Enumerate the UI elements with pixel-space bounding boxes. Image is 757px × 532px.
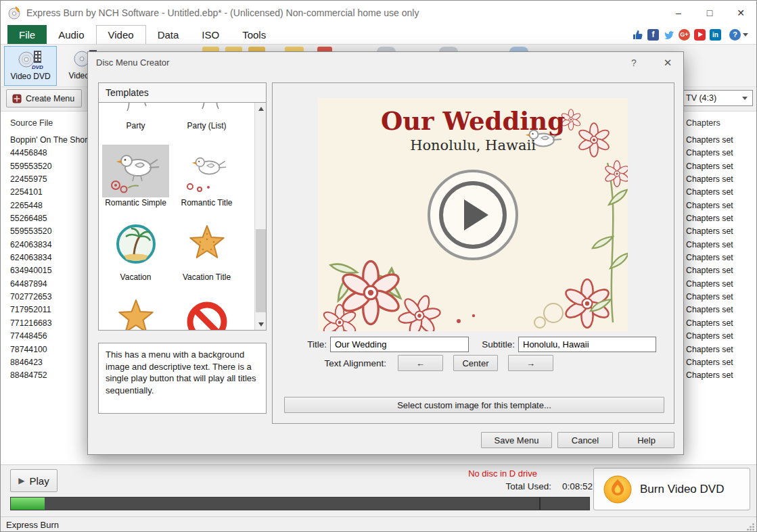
like-thumb-icon[interactable] (632, 29, 643, 41)
tab-video[interactable]: Video (96, 25, 146, 44)
template-label: Party (100, 120, 171, 131)
chapter-row[interactable]: Chapters set (686, 186, 754, 199)
chapter-row[interactable]: Chapters set (686, 356, 754, 369)
save-menu-button[interactable]: Save Menu (481, 432, 552, 448)
chapter-row[interactable]: Chapters set (686, 225, 754, 238)
chapter-row[interactable]: Chapters set (686, 264, 754, 277)
template-romantic-simple[interactable]: Romantic Simple (100, 145, 171, 208)
starfish-icon (106, 293, 166, 331)
file-row[interactable]: Boppin' On The Shores (10, 134, 91, 147)
linkedin-icon[interactable]: in (710, 29, 721, 41)
chapter-row[interactable]: Chapters set (686, 330, 754, 343)
minimize-button[interactable]: – (663, 1, 694, 25)
scroll-down-button[interactable] (255, 318, 267, 330)
chapter-row[interactable]: Chapters set (686, 212, 754, 225)
template-thumbnail (173, 293, 240, 331)
progress-fill (11, 498, 45, 510)
file-row[interactable]: 22455975 (10, 173, 91, 186)
template-partial-none[interactable] (171, 293, 242, 331)
chapter-row[interactable]: Chapters set (686, 251, 754, 264)
arrow-left-icon: ← (416, 358, 425, 368)
chapter-row[interactable]: Chapters set (686, 173, 754, 186)
file-row[interactable]: 88484752 (10, 369, 91, 382)
tab-tools[interactable]: Tools (231, 25, 277, 44)
template-vacation[interactable]: Vacation (100, 219, 171, 283)
template-partial-starfish[interactable] (100, 293, 171, 331)
file-row[interactable]: 559553520 (10, 225, 91, 238)
template-party-list[interactable]: Party (List) (171, 102, 242, 131)
template-party[interactable]: Party (100, 102, 171, 131)
toolbar-item-video-dvd[interactable]: DVD Video DVD (4, 46, 57, 86)
title-input[interactable] (330, 337, 469, 352)
create-menu-button[interactable]: Create Menu (6, 89, 82, 107)
scrollbar-thumb[interactable] (256, 229, 266, 312)
tv-format-dropdown[interactable]: TV (4:3) (681, 90, 753, 106)
chapter-row[interactable]: Chapters set (686, 291, 754, 304)
file-row[interactable]: 78744100 (10, 343, 91, 356)
chapter-row[interactable]: Chapters set (686, 304, 754, 316)
facebook-icon[interactable]: f (647, 29, 659, 41)
chapter-row[interactable]: Chapters set (686, 278, 754, 291)
file-row[interactable]: 771216683 (10, 317, 91, 330)
align-left-button[interactable]: ← (398, 355, 443, 371)
file-row[interactable]: 64487894 (10, 278, 91, 291)
no-menu-icon (177, 293, 237, 331)
file-row[interactable]: 559553520 (10, 160, 91, 173)
titlebar[interactable]: Express Burn by NCH Software - Untitled.… (1, 1, 756, 25)
tab-file[interactable]: File (7, 25, 47, 44)
maximize-button[interactable]: □ (694, 1, 725, 25)
starfish-icon (177, 222, 237, 269)
select-custom-image-button[interactable]: Select custom image for this template... (284, 397, 664, 413)
chapter-row[interactable]: Chapters set (686, 343, 754, 356)
template-vacation-title[interactable]: Vacation Title (171, 219, 242, 283)
tab-iso[interactable]: ISO (190, 25, 231, 44)
file-row[interactable]: 8846423 (10, 356, 91, 369)
youtube-icon[interactable] (694, 29, 706, 41)
file-row[interactable]: 702772653 (10, 291, 91, 304)
file-row[interactable]: 717952011 (10, 304, 91, 316)
tab-data[interactable]: Data (146, 25, 191, 44)
file-row[interactable]: 2265448 (10, 199, 91, 212)
capacity-marker (539, 498, 541, 510)
cancel-button[interactable]: Cancel (557, 432, 613, 448)
file-row[interactable]: 624063834 (10, 251, 91, 264)
file-row[interactable]: 77448456 (10, 330, 91, 343)
file-row[interactable]: 55266485 (10, 212, 91, 225)
app-window: Express Burn by NCH Software - Untitled.… (0, 0, 757, 532)
resize-grip[interactable] (746, 523, 755, 531)
file-row[interactable]: 634940015 (10, 264, 91, 277)
play-button[interactable]: ▶ Play (10, 469, 58, 492)
help-button[interactable]: Help (618, 432, 674, 448)
template-thumbnail-selected (102, 145, 169, 197)
close-button[interactable]: ✕ (725, 1, 756, 25)
help-icon[interactable]: ? (729, 29, 741, 41)
file-row[interactable]: 44456848 (10, 147, 91, 160)
dialog-help-button[interactable]: ? (626, 55, 642, 70)
chapter-row[interactable]: Chapters set (686, 369, 754, 382)
align-right-button[interactable]: → (508, 355, 553, 371)
dialog-close-button[interactable]: ✕ (658, 55, 677, 71)
chapter-row[interactable]: Chapters set (686, 160, 754, 173)
file-row[interactable]: 624063834 (10, 239, 91, 251)
dialog-titlebar[interactable]: Disc Menu Creator ? ✕ (88, 52, 683, 74)
template-label: Party (List) (171, 120, 242, 131)
twitter-icon[interactable] (663, 29, 674, 41)
play-triangle-icon (464, 199, 488, 231)
chapters-header[interactable]: Chapters (686, 118, 720, 128)
chapter-row[interactable]: Chapters set (686, 147, 754, 160)
subtitle-input[interactable] (518, 337, 656, 352)
templates-scrollbar[interactable] (254, 103, 266, 330)
chapter-row[interactable]: Chapters set (686, 317, 754, 330)
align-center-button[interactable]: Center (453, 355, 498, 371)
chapter-row[interactable]: Chapters set (686, 134, 754, 147)
burn-video-dvd-button[interactable]: Burn Video DVD (593, 468, 750, 510)
file-row[interactable]: 2254101 (10, 186, 91, 199)
google-plus-icon[interactable]: G+ (679, 29, 690, 41)
chapter-row[interactable]: Chapters set (686, 239, 754, 251)
template-romantic-title[interactable]: Romantic Title (171, 145, 242, 208)
tab-audio[interactable]: Audio (47, 25, 95, 44)
source-file-header[interactable]: Source File (10, 118, 53, 128)
scroll-up-button[interactable] (255, 103, 267, 114)
chapter-row[interactable]: Chapters set (686, 199, 754, 212)
help-menu[interactable]: ? (729, 29, 748, 41)
